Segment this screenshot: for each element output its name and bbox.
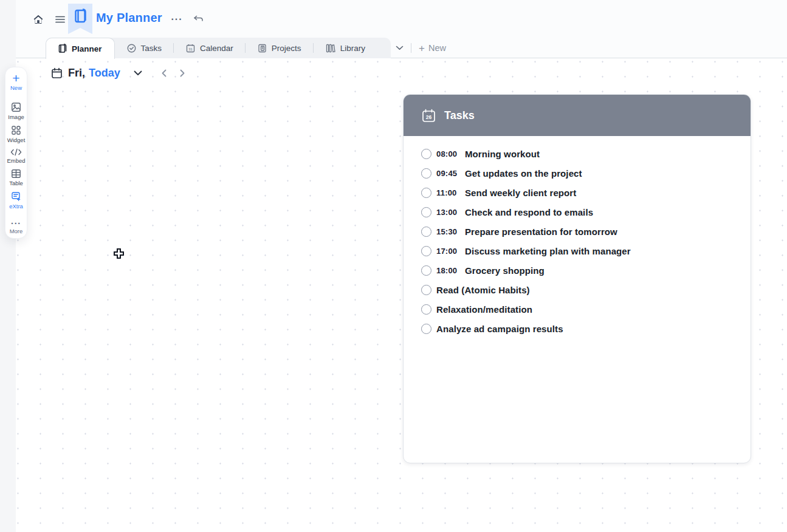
task-checkbox[interactable]: [421, 207, 431, 217]
tool-label: Table: [9, 180, 23, 186]
task-row: 09:45 Get updates on the project: [404, 163, 751, 183]
tab-label: Calendar: [200, 44, 233, 53]
task-row: 18:00 Grocery shopping: [404, 261, 751, 280]
tab-strip: Planner Tasks 31 Calendar: [46, 38, 391, 58]
tool-widget-button[interactable]: Widget: [7, 125, 26, 143]
view-tabbar: Planner Tasks 31 Calendar: [16, 38, 787, 58]
widget-icon: [11, 125, 21, 135]
plus-icon: +: [419, 43, 425, 53]
task-title[interactable]: Read (Atomic Habits): [436, 285, 530, 295]
task-title[interactable]: Check and respond to emails: [465, 207, 593, 217]
task-title[interactable]: Discuss marketing plan with manager: [465, 246, 631, 256]
ellipsis-icon: ···: [171, 14, 183, 25]
home-icon: [33, 14, 44, 25]
task-title[interactable]: Prepare presentation for tomorrow: [465, 227, 617, 237]
task-row: 11:00 Send weekly client report: [404, 183, 751, 202]
task-checkbox[interactable]: [421, 265, 431, 276]
tool-label: eXtra: [9, 203, 23, 210]
calendar-day-number: 26: [426, 114, 432, 120]
date-dropdown-button[interactable]: [134, 70, 142, 76]
page-title: My Planner: [96, 11, 162, 25]
tabs-overflow-button[interactable]: [396, 46, 404, 50]
calendar-date-icon: 26: [421, 108, 436, 123]
tool-new-button[interactable]: + New: [10, 73, 22, 91]
tool-image-button[interactable]: Image: [8, 102, 24, 120]
tool-label: Widget: [7, 137, 26, 143]
tab-tasks[interactable]: Tasks: [115, 38, 174, 58]
plus-icon: +: [12, 73, 19, 83]
tool-extra-button[interactable]: eXtra: [9, 191, 23, 210]
task-time: 11:00: [436, 188, 460, 197]
document-bookmark-ribbon: [68, 4, 92, 34]
task-checkbox[interactable]: [421, 168, 431, 179]
home-button[interactable]: [28, 9, 49, 30]
task-title[interactable]: Send weekly client report: [465, 188, 576, 198]
calendar-icon: 31: [186, 44, 195, 53]
more-dots-icon: ···: [11, 220, 21, 227]
tool-label: More: [10, 228, 23, 234]
more-options-button[interactable]: ···: [169, 12, 185, 27]
tool-label: Embed: [7, 157, 25, 164]
task-checkbox[interactable]: [421, 285, 431, 295]
tab-library[interactable]: Library: [314, 38, 377, 58]
new-tab-label: New: [428, 43, 446, 53]
tasks-card-header[interactable]: 26 Tasks: [404, 95, 751, 136]
tabbar-extra: + New: [396, 38, 446, 58]
table-icon: [11, 169, 21, 179]
tasks-widget-card[interactable]: 26 Tasks 08:00 Morning workout 09:45 Get…: [403, 94, 751, 463]
book-icon: [58, 44, 67, 53]
task-title[interactable]: Get updates on the project: [465, 168, 582, 179]
tabbar-separator: [411, 43, 411, 53]
task-time: 15:30: [436, 227, 460, 236]
check-circle-icon: [127, 44, 136, 53]
task-time: 08:00: [436, 149, 460, 159]
tool-label: Image: [8, 114, 24, 120]
extra-icon: [11, 191, 21, 202]
date-arrows: [158, 67, 188, 80]
previous-day-button[interactable]: [158, 67, 170, 80]
undo-icon: [193, 15, 204, 24]
task-checkbox[interactable]: [421, 246, 431, 256]
tab-label: Planner: [72, 44, 102, 53]
tasks-list: 08:00 Morning workout 09:45 Get updates …: [404, 136, 751, 338]
top-header: My Planner ···: [16, 0, 787, 38]
date-today-label[interactable]: Today: [89, 67, 120, 80]
tools-sidebar: + New Image Widget: [5, 67, 27, 239]
task-row: 13:00 Check and respond to emails: [404, 202, 751, 222]
task-time: 13:00: [436, 208, 460, 217]
task-row: Analyze ad campaign results: [404, 319, 751, 338]
projects-icon: [258, 44, 267, 53]
task-checkbox[interactable]: [421, 227, 431, 237]
tool-embed-button[interactable]: Embed: [7, 148, 25, 164]
next-day-button[interactable]: [176, 67, 188, 80]
new-tab-button[interactable]: + New: [419, 43, 446, 53]
tab-label: Projects: [272, 44, 301, 53]
task-title[interactable]: Morning workout: [465, 149, 540, 159]
tasks-card-title: Tasks: [444, 109, 475, 122]
task-checkbox[interactable]: [421, 324, 431, 334]
image-icon: [11, 102, 21, 112]
date-day-label: Fri,: [68, 67, 85, 80]
tool-table-button[interactable]: Table: [9, 169, 23, 186]
tool-more-button[interactable]: ··· More: [10, 220, 23, 234]
tab-projects[interactable]: Projects: [246, 38, 314, 58]
tab-planner[interactable]: Planner: [46, 38, 115, 59]
hamburger-icon: [55, 15, 66, 24]
task-row: 15:30 Prepare presentation for tomorrow: [404, 222, 751, 241]
task-title[interactable]: Grocery shopping: [465, 265, 545, 276]
undo-button[interactable]: [191, 12, 205, 27]
library-icon: [326, 44, 335, 53]
task-row: Read (Atomic Habits): [404, 280, 751, 299]
tab-label: Library: [340, 44, 365, 53]
tool-label: New: [10, 84, 22, 91]
task-title[interactable]: Analyze ad campaign results: [436, 324, 563, 334]
task-checkbox[interactable]: [421, 304, 431, 315]
task-checkbox[interactable]: [421, 188, 431, 198]
embed-icon: [10, 148, 22, 156]
sidebar-toggle-button[interactable]: [50, 9, 70, 30]
task-time: 18:00: [436, 266, 460, 275]
task-row: Relaxation/meditation: [404, 299, 751, 319]
task-title[interactable]: Relaxation/meditation: [436, 304, 532, 315]
tab-calendar[interactable]: 31 Calendar: [174, 38, 246, 58]
task-checkbox[interactable]: [421, 149, 431, 159]
